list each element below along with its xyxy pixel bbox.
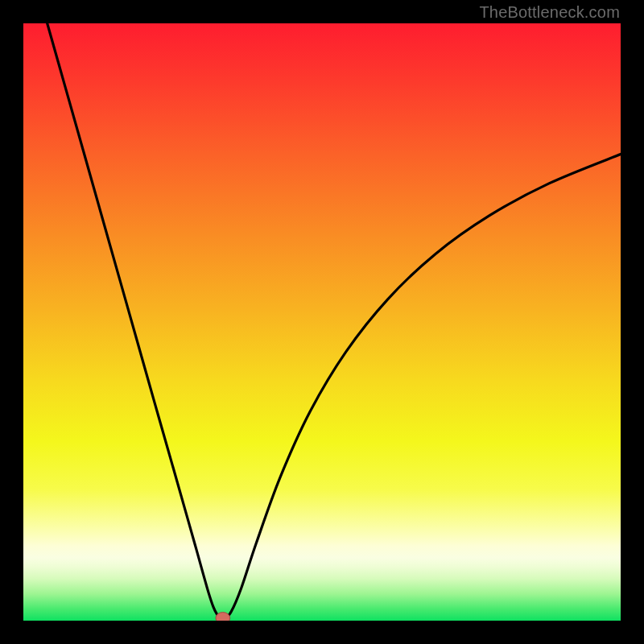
watermark-text: TheBottleneck.com <box>479 3 620 22</box>
chart-frame <box>23 23 621 621</box>
gradient-background <box>23 23 621 621</box>
optimal-point-marker <box>216 613 230 621</box>
bottleneck-chart <box>23 23 621 621</box>
